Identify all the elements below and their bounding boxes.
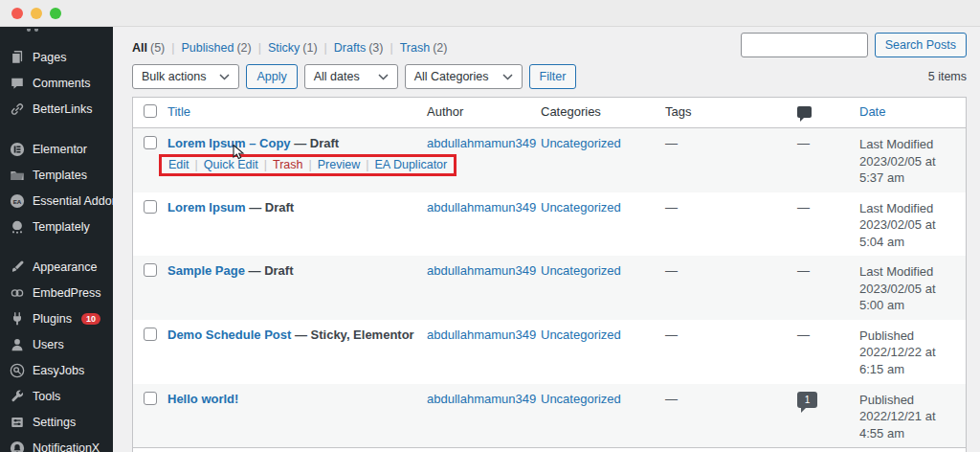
table-row: Lorem Ipsum — Draft abdullahmamun349 Unc… [133,192,966,257]
table-footer-header: Title Author Categories Tags Date [133,447,966,452]
column-categories: Categories [541,98,665,125]
apply-button[interactable]: Apply [246,64,297,89]
category-link[interactable]: Uncategorized [541,263,621,278]
bulk-actions-label: Bulk actions [142,70,206,83]
sidebar-item-easyjobs[interactable]: EasyJobs [0,357,113,383]
settings-icon [9,414,25,430]
view-filter-sticky[interactable]: Sticky(1) [252,41,318,55]
view-filter-label[interactable]: Trash [400,41,431,55]
partial-menu-item [27,29,113,34]
sidebar-item-label: Templately [33,220,90,234]
row-checkbox[interactable] [144,392,157,405]
author-link[interactable]: abdullahmamun349 [427,328,536,342]
column-date[interactable]: Date [859,104,885,119]
pages-icon [9,49,25,65]
date-status: Published [859,328,958,345]
tags-value: — [665,192,797,237]
post-title-link[interactable]: Lorem Ipsum [167,200,246,215]
close-window-button[interactable] [11,8,23,19]
select-all-checkbox[interactable] [144,104,157,118]
users-icon [9,336,25,352]
filter-button[interactable]: Filter [529,64,577,89]
category-link[interactable]: Uncategorized [541,200,621,215]
view-filter-label[interactable]: Published [182,41,234,55]
post-state: — Draft [294,136,339,150]
search-posts-button[interactable]: Search Posts [875,33,967,57]
elementor-icon [9,141,25,157]
edit-action-link[interactable]: Edit [168,158,189,171]
comments-column-icon [797,106,812,118]
column-author: Author [427,98,541,125]
author-link[interactable]: abdullahmamun349 [427,200,536,215]
sidebar-item-label: Tools [33,390,60,403]
author-link[interactable]: abdullahmamun349 [427,263,536,278]
essential-addons-icon: EA [9,192,25,209]
tags-value: — [665,128,797,172]
sidebar-item-notificationx[interactable]: NotificationX [0,435,113,452]
search-input[interactable] [741,33,868,57]
view-filter-all[interactable]: All(5) [132,41,165,55]
view-filter-label[interactable]: Sticky [268,41,300,55]
sidebar-item-label: EasyJobs [33,364,84,377]
sidebar-item-betterlinks[interactable]: BetterLinks [0,96,113,122]
sidebar-item-templately[interactable]: Templately [0,214,113,239]
minimize-window-button[interactable] [31,8,42,19]
trash-action-link[interactable]: Trash [258,158,303,171]
all-dates-select[interactable]: All dates [304,64,398,89]
sidebar-item-appearance[interactable]: Appearance [0,254,113,280]
post-title-link[interactable]: Hello world! [167,392,238,406]
maximize-window-button[interactable] [50,8,61,19]
post-state: — Draft [249,200,294,215]
view-filter-drafts[interactable]: Drafts(3) [318,41,384,55]
row-checkbox[interactable] [144,200,157,214]
category-link[interactable]: Uncategorized [541,392,621,406]
comment-count-badge[interactable]: 1 [797,392,817,408]
date-timestamp: 2022/12/21 at 4:55 am [859,408,958,441]
sidebar-item-templates[interactable]: Templates [0,162,113,188]
sidebar-item-settings[interactable]: Settings [0,409,113,435]
table-row: Sample Page — Draft abdullahmamun349 Unc… [133,256,966,320]
view-filter-label[interactable]: All [132,41,147,55]
post-status-views: All(5)Published(2)Sticky(1)Drafts(3)Tras… [132,31,447,55]
admin-sidebar: PagesCommentsBetterLinksElementorTemplat… [0,27,113,452]
date-timestamp: 2022/12/22 at 6:15 am [859,344,958,377]
sidebar-item-label: EmbedPress [33,286,101,300]
posts-list-page: All(5)Published(2)Sticky(1)Drafts(3)Tras… [113,27,980,452]
row-checkbox[interactable] [144,136,157,149]
view-filter-count: (3) [368,41,383,55]
post-state: — Sticky, Elementor [295,328,414,342]
quick-edit-action-link[interactable]: Quick Edit [189,158,258,171]
view-filter-count: (1) [302,41,317,55]
sidebar-item-essential-addons[interactable]: EAEssential Addons [0,188,113,214]
column-title[interactable]: Title [167,104,190,119]
date-value: Last Modified 2023/02/05 at 5:00 am [859,256,966,320]
preview-action-link[interactable]: Preview [303,158,361,171]
author-link[interactable]: abdullahmamun349 [427,136,536,150]
date-value: Last Modified 2023/02/05 at 5:37 am [859,128,966,192]
row-checkbox[interactable] [144,263,157,277]
posts-table: Title Author Categories Tags Date Lorem … [132,97,967,452]
sidebar-item-comments[interactable]: Comments [0,70,113,96]
sidebar-item-embedpress[interactable]: EmbedPress [0,280,113,305]
table-row: Demo Schedule Post — Sticky, Elementor a… [133,320,966,384]
sidebar-item-pages[interactable]: Pages [0,44,113,70]
post-title-link[interactable]: Demo Schedule Post [167,328,291,342]
row-checkbox[interactable] [144,328,157,341]
templates-icon [9,167,25,183]
sidebar-item-plugins[interactable]: Plugins10 [0,305,113,331]
sidebar-item-elementor[interactable]: Elementor [0,136,113,162]
sidebar-item-users[interactable]: Users [0,331,113,357]
category-link[interactable]: Uncategorized [541,136,621,150]
view-filter-trash[interactable]: Trash(2) [383,41,447,55]
category-link[interactable]: Uncategorized [541,328,621,342]
view-filter-label[interactable]: Drafts [334,41,366,55]
post-title-link[interactable]: Sample Page [167,263,245,278]
sidebar-item-tools[interactable]: Tools [0,383,113,409]
table-header: Title Author Categories Tags Date [133,98,966,128]
sidebar-item-label: Essential Addons [33,194,113,208]
author-link[interactable]: abdullahmamun349 [427,392,536,406]
bulk-actions-select[interactable]: Bulk actions [132,64,239,89]
post-title-link[interactable]: Lorem Ipsum – Copy [167,136,291,150]
all-categories-select[interactable]: All Categories [405,64,523,89]
view-filter-published[interactable]: Published(2) [165,41,251,55]
